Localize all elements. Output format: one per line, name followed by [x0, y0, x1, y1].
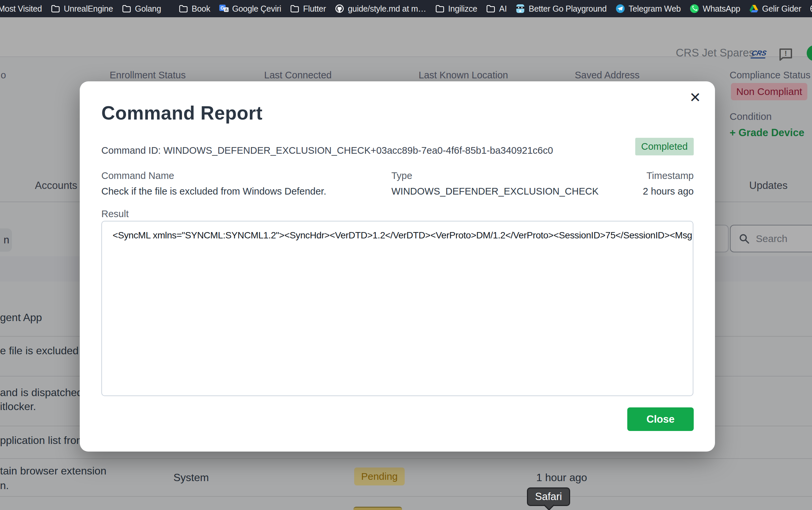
- close-icon[interactable]: ✕: [689, 91, 701, 104]
- bookmark-c[interactable]: C: [810, 4, 812, 13]
- bookmark-most-visited[interactable]: Most Visited: [0, 4, 42, 13]
- screen: CRS Jet Spares CRS ! o Enrollment Status…: [0, 0, 812, 510]
- bookmark-label: Ingilizce: [448, 4, 477, 13]
- bookmark-whatsapp[interactable]: WhatsApp: [689, 4, 740, 13]
- bookmark-label: Flutter: [303, 4, 326, 13]
- bookmark-label: guide/style.md at m…: [348, 4, 426, 13]
- bookmark-telegram-web[interactable]: Telegram Web: [615, 4, 681, 13]
- bookmark-label: AI: [499, 4, 507, 13]
- globe-icon: [810, 4, 812, 13]
- timestamp-label: Timestamp: [643, 170, 694, 181]
- bookmark-label: WhatsApp: [703, 4, 740, 13]
- folder-icon: [122, 4, 132, 13]
- bookmark-gelir-gider[interactable]: Gelir Gider: [749, 4, 801, 13]
- drive-icon: [749, 4, 759, 13]
- timestamp-field: Timestamp 2 hours ago: [643, 170, 694, 197]
- bookmark-label: Gelir Gider: [762, 4, 801, 13]
- command-report-modal: ✕ Command Report Command ID: WINDOWS_DEF…: [80, 81, 715, 452]
- bookmark-ai[interactable]: AI: [486, 4, 507, 13]
- svg-text:A: A: [225, 8, 228, 11]
- close-button[interactable]: Close: [627, 408, 694, 431]
- command-id-label: Command ID:: [102, 145, 161, 156]
- telegram-icon: [615, 4, 625, 13]
- bookmarks-bar: Most Visited UnrealEngine Golang Book GA…: [0, 0, 812, 17]
- bookmark-label: Book: [192, 4, 210, 13]
- translate-icon: GA: [219, 4, 229, 13]
- result-box[interactable]: <SyncML xmlns="SYNCML:SYNCML1.2"><SyncHd…: [102, 221, 693, 396]
- svg-text:G: G: [220, 5, 224, 11]
- command-name-label: Command Name: [102, 170, 326, 181]
- bookmark-golang[interactable]: Golang: [122, 4, 161, 13]
- folder-icon: [486, 4, 496, 13]
- bookmark-better-go-playground[interactable]: Better Go Playground: [515, 4, 606, 13]
- bookmark-label: Golang: [135, 4, 161, 13]
- completed-status-badge: Completed: [635, 138, 694, 155]
- bookmark-guide-style[interactable]: guide/style.md at m…: [335, 4, 426, 13]
- bookmark-label: UnrealEngine: [64, 4, 113, 13]
- type-field: Type WINDOWS_DEFENDER_EXCLUSION_CHECK: [392, 170, 599, 197]
- result-label: Result: [102, 209, 128, 219]
- bookmark-flutter[interactable]: Flutter: [290, 4, 326, 13]
- folder-icon: [51, 4, 60, 13]
- bookmark-ingilizce[interactable]: Ingilizce: [435, 4, 477, 13]
- type-value: WINDOWS_DEFENDER_EXCLUSION_CHECK: [392, 186, 599, 197]
- folder-icon: [435, 4, 445, 13]
- timestamp-value: 2 hours ago: [643, 186, 694, 197]
- github-icon: [335, 4, 345, 13]
- result-text: <SyncML xmlns="SYNCML:SYNCML1.2"><SyncHd…: [102, 221, 693, 241]
- command-name-value: Check if the file is excluded from Windo…: [102, 186, 326, 197]
- whatsapp-icon: [689, 4, 699, 13]
- type-label: Type: [392, 170, 599, 181]
- bookmark-label: Google Çeviri: [232, 4, 282, 13]
- bookmark-book[interactable]: Book: [178, 4, 210, 13]
- gopher-icon: [515, 4, 525, 13]
- bookmark-google-ceviri[interactable]: GA Google Çeviri: [219, 4, 282, 13]
- folder-icon: [178, 4, 188, 13]
- bookmark-label: Telegram Web: [629, 4, 681, 13]
- bookmark-unrealengine[interactable]: UnrealEngine: [51, 4, 113, 13]
- bookmark-label: Better Go Playground: [529, 4, 606, 13]
- command-name-field: Command Name Check if the file is exclud…: [102, 170, 326, 197]
- status-tooltip: Safari: [527, 487, 570, 506]
- bookmark-label: Most Visited: [0, 4, 42, 13]
- folder-icon: [290, 4, 300, 13]
- command-id-value: WINDOWS_DEFENDER_EXCLUSION_CHECK+03acc89…: [164, 145, 553, 156]
- command-id-row: Command ID: WINDOWS_DEFENDER_EXCLUSION_C…: [102, 145, 553, 156]
- modal-title: Command Report: [102, 102, 262, 124]
